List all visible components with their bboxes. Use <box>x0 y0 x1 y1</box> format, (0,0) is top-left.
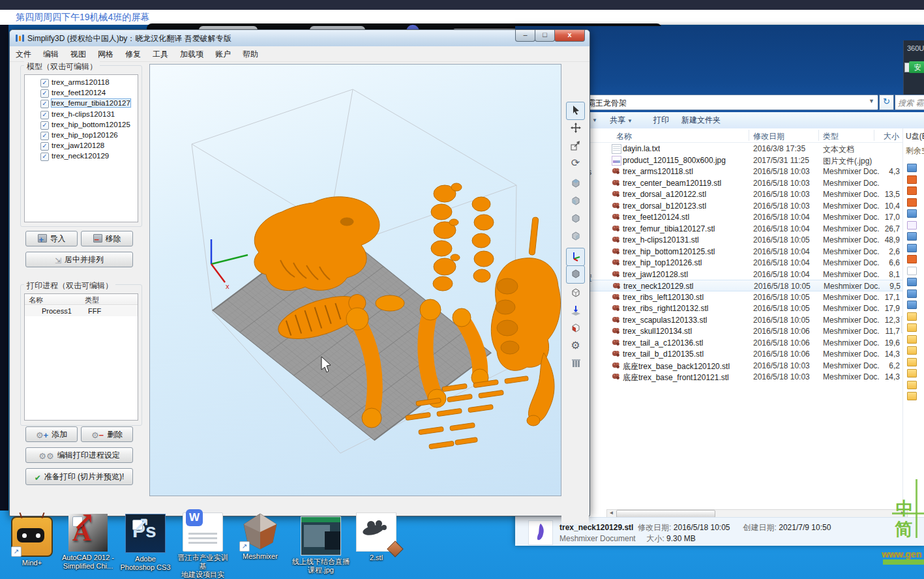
solid-view-icon[interactable] <box>566 265 585 284</box>
process-col-type[interactable]: 类型 <box>81 294 138 305</box>
model-list-item[interactable]: ✓ trex_arms120118 <box>25 78 138 88</box>
remove-button[interactable]: 移除 <box>81 231 133 246</box>
menu-item[interactable]: 账户 <box>209 46 237 60</box>
menu-item[interactable]: 网格 <box>92 46 119 60</box>
usb-pane-item[interactable] <box>903 379 924 391</box>
usb-pane-item[interactable] <box>903 220 924 231</box>
refresh-icon[interactable]: ↻ <box>879 95 894 110</box>
column-type[interactable]: 类型 <box>823 131 839 142</box>
usb-pane-item[interactable] <box>903 288 924 300</box>
usb-pane-item[interactable] <box>903 311 924 323</box>
center-arrange-button[interactable]: ⇲居中并排列 <box>25 252 133 267</box>
view-cube-front-icon[interactable] <box>566 175 585 193</box>
process-table[interactable]: 名称 类型 Process1 FFF <box>24 293 138 421</box>
edit-process-button[interactable]: ⚙⚙编辑打印进程设定 <box>25 447 133 463</box>
usb-pane-item[interactable] <box>903 322 924 334</box>
model-checkbox[interactable]: ✓ <box>40 121 49 130</box>
usb-pane-item[interactable] <box>903 231 924 243</box>
desktop-icon-meshmixer[interactable]: ↗ Meshmixer <box>232 512 288 561</box>
move-tool-icon[interactable] <box>566 119 585 138</box>
prepare-print-button[interactable]: ✔准备打印 (切片并预览)! <box>25 468 133 485</box>
print-button[interactable]: 打印 <box>653 115 669 126</box>
usb-pane-item[interactable] <box>903 185 924 197</box>
usb-pane-item[interactable] <box>903 265 924 277</box>
safe-eject-button[interactable]: 安 <box>909 61 924 73</box>
usb-pane-item[interactable] <box>903 208 924 220</box>
rotate-tool-icon[interactable]: ⟳ <box>566 155 585 173</box>
model-checkbox[interactable]: ✓ <box>40 89 49 98</box>
delete-process-button[interactable]: ⚙删除 <box>81 426 133 442</box>
model-checkbox[interactable]: ✓ <box>40 111 49 119</box>
simplify3d-titlebar[interactable]: Simplify3D (授权给中国人)by：晓龙汉化翻译 吾爱破解专版 – □ … <box>10 30 589 47</box>
usb-pane-item[interactable] <box>903 243 924 254</box>
view-cube-iso-icon[interactable] <box>566 210 585 228</box>
desktop-icon-wps-doc[interactable]: W 晋江市产业实训基 地建设项目实施... <box>175 512 231 579</box>
coordinate-axes-icon[interactable] <box>566 248 585 266</box>
usb-pane-item[interactable] <box>903 368 924 379</box>
process-col-name[interactable]: 名称 <box>25 294 81 305</box>
desktop-icon-jpg[interactable]: 线上线下结合直播 课程.jpg <box>291 516 351 574</box>
place-on-bed-icon[interactable] <box>566 302 585 320</box>
menu-item[interactable]: 帮助 <box>237 46 264 60</box>
model-list-item[interactable]: ✓ trex_hip_top120126 <box>25 130 138 141</box>
settings-gear-icon[interactable]: ⚙ <box>566 337 585 355</box>
new-folder-button[interactable]: 新建文件夹 <box>681 115 721 126</box>
add-process-button[interactable]: ⚙添加 <box>25 426 78 442</box>
share-button[interactable]: 共享▼ <box>610 115 633 126</box>
view-cube-top-icon[interactable] <box>566 228 585 246</box>
desktop-icon-autocad[interactable]: A↗ AutoCAD 2012 - Simplified Chi... <box>60 514 116 571</box>
view-cube-side-icon[interactable] <box>566 192 585 211</box>
desktop-icon-photoshop[interactable]: Ps↗ Adobe Photoshop CS3 <box>117 514 173 572</box>
usb-pane-item[interactable] <box>903 254 924 265</box>
menu-bar: 文件编辑视图网格修复工具加载项账户帮助 <box>10 46 589 62</box>
usb-pane-item[interactable] <box>903 174 924 186</box>
model-checkbox[interactable]: ✓ <box>40 142 49 151</box>
model-checkbox[interactable]: ✓ <box>40 153 49 161</box>
address-bar[interactable]: 霸王龙骨架 ▼ <box>541 95 878 110</box>
support-pillars-icon[interactable] <box>566 355 585 373</box>
column-size[interactable]: 大小 <box>884 131 899 142</box>
models-listbox[interactable]: ✓ trex_arms120118 ✓ trex_feet120124 ✓ tr… <box>24 74 138 222</box>
model-list-item[interactable]: ✓ trex_femur_tibia120127 <box>25 98 138 109</box>
scroll-left-icon[interactable]: ◄ <box>607 510 616 516</box>
usb-pane-item[interactable] <box>903 276 924 288</box>
menu-item[interactable]: 编辑 <box>37 46 65 60</box>
menu-item[interactable]: 修复 <box>119 46 147 60</box>
toolbar-fragment-caret[interactable]: ▼ <box>590 115 597 124</box>
usb-pane-item[interactable] <box>903 357 924 368</box>
model-list-item[interactable]: ✓ trex_hip_bottom120125 <box>25 120 138 130</box>
address-dropdown-icon[interactable]: ▼ <box>869 98 874 104</box>
maximize-button[interactable]: □ <box>535 30 555 42</box>
menu-item[interactable]: 工具 <box>147 46 174 60</box>
model-checkbox[interactable]: ✓ <box>40 79 49 87</box>
model-list-item[interactable]: ✓ trex_neck120129 <box>25 151 138 162</box>
column-date[interactable]: 修改日期 <box>753 131 784 142</box>
menu-item[interactable]: 文件 <box>10 46 37 60</box>
search-input[interactable]: 搜索 霸王龙骨架 <box>895 95 924 110</box>
close-button[interactable]: x <box>554 30 585 42</box>
desktop-icon-2stl[interactable]: 2.stl <box>348 512 404 562</box>
select-tool-icon[interactable] <box>566 102 585 120</box>
usb-pane-item[interactable] <box>903 162 924 174</box>
viewport-3d[interactable]: x <box>149 64 561 496</box>
model-list-item[interactable]: ✓ trex_h-clips120131 <box>25 110 138 120</box>
usb-pane-item[interactable] <box>903 299 924 311</box>
wireframe-view-icon[interactable] <box>566 284 585 303</box>
column-name[interactable]: 名称 <box>616 131 632 142</box>
model-checkbox[interactable]: ✓ <box>40 132 49 140</box>
usb-pane-item[interactable] <box>903 334 924 346</box>
usb-pane-item[interactable] <box>903 391 924 402</box>
scale-tool-icon[interactable] <box>566 137 585 155</box>
model-list-item[interactable]: ✓ trex_feet120124 <box>25 88 138 98</box>
model-checkbox[interactable]: ✓ <box>40 100 49 108</box>
usb-pane-item[interactable] <box>903 197 924 209</box>
minimize-button[interactable]: – <box>515 30 535 42</box>
menu-item[interactable]: 加载项 <box>174 46 209 60</box>
import-button[interactable]: 导入 <box>25 231 78 246</box>
menu-item[interactable]: 视图 <box>65 46 92 60</box>
screen-share-title[interactable]: 第四周周四下午19机械4班的屏幕 <box>16 12 149 23</box>
desktop-icon-mindplus[interactable]: ↗ Mind+ <box>4 514 60 567</box>
cross-section-icon[interactable] <box>566 319 585 338</box>
model-list-item[interactable]: ✓ trex_jaw120128 <box>25 141 138 151</box>
usb-pane-item[interactable] <box>903 345 924 357</box>
